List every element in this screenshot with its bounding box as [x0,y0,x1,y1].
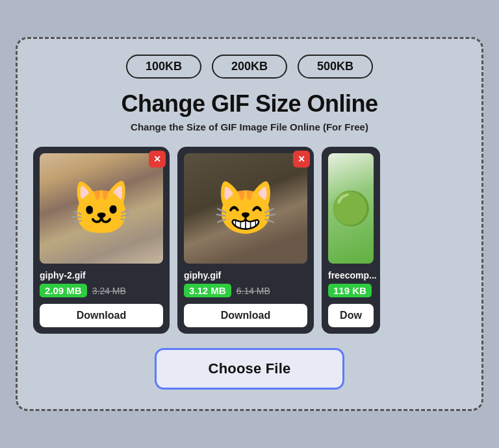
size-100kb-button[interactable]: 100KB [126,55,201,79]
card-3: 🟢 freecomp... 119 KB Dow [322,147,380,334]
card-1-filename: giphy-2.gif [40,270,163,280]
size-buttons-row: 100KB 200KB 500KB [33,55,466,79]
card-3-new-size: 119 KB [328,284,372,297]
card-3-size-row: 119 KB [328,284,374,297]
card-1: ✕ giphy-2.gif 2.09 MB 3.24 MB Download [33,147,170,334]
close-card-1-button[interactable]: ✕ [149,151,166,168]
size-500kb-button[interactable]: 500KB [298,55,373,79]
card-1-size-row: 2.09 MB 3.24 MB [40,284,163,297]
choose-file-container: Choose File [33,348,466,390]
card-3-download-button[interactable]: Dow [328,304,374,327]
card-1-new-size: 2.09 MB [40,284,87,297]
card-2-image [184,153,307,264]
card-3-filename: freecomp... [328,270,374,280]
card-3-image: 🟢 [328,153,374,264]
card-2-old-size: 6.14 MB [237,286,270,296]
cards-row: ✕ giphy-2.gif 2.09 MB 3.24 MB Download ✕… [33,147,466,334]
page-subtitle: Change the Size of GIF Image File Online… [33,121,466,132]
card-1-image [40,153,163,264]
card-2: ✕ giphy.gif 3.12 MB 6.14 MB Download [177,147,314,334]
card-2-filename: giphy.gif [184,270,307,280]
main-container: 100KB 200KB 500KB Change GIF Size Online… [16,37,483,411]
card-2-new-size: 3.12 MB [184,284,231,297]
size-200kb-button[interactable]: 200KB [212,55,287,79]
close-card-2-button[interactable]: ✕ [293,151,310,168]
card-1-old-size: 3.24 MB [92,286,126,296]
card-2-download-button[interactable]: Download [184,304,307,327]
card-1-download-button[interactable]: Download [40,304,163,327]
page-title: Change GIF Size Online [33,90,466,118]
card-2-size-row: 3.12 MB 6.14 MB [184,284,307,297]
choose-file-button[interactable]: Choose File [155,348,345,390]
